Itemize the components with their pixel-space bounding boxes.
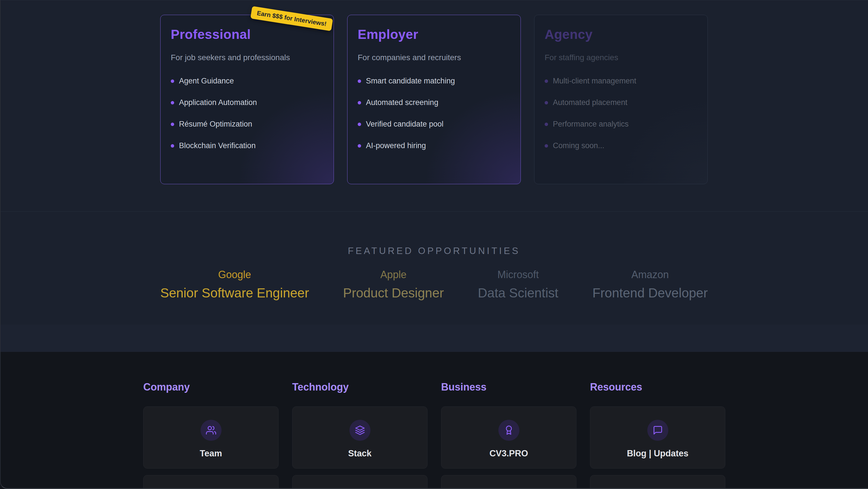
plan-feature: Blockchain Verification — [171, 141, 323, 150]
featured-jobs-row: Google Senior Software Engineer Apple Pr… — [0, 269, 868, 300]
footer-card-partial[interactable] — [143, 475, 279, 489]
bullet-icon — [358, 144, 361, 148]
award-icon — [504, 425, 514, 435]
section-separator-band — [0, 325, 868, 352]
plan-feature-list: Agent Guidance Application Automation Ré… — [171, 77, 323, 150]
plan-feature-label: Coming soon... — [553, 141, 604, 150]
plan-feature-label: Verified candidate pool — [366, 120, 443, 128]
plan-subtitle: For job seekers and professionals — [171, 53, 323, 62]
bullet-icon — [545, 123, 548, 126]
featured-job-google[interactable]: Google Senior Software Engineer — [160, 269, 309, 300]
plan-feature-label: Smart candidate matching — [366, 77, 455, 85]
bullet-icon — [358, 123, 361, 126]
bullet-icon — [545, 101, 548, 105]
footer-card-cv3pro[interactable]: CV3.PRO — [441, 406, 577, 468]
plan-card-employer[interactable]: Employer For companies and recruiters Sm… — [347, 15, 521, 184]
plan-card-content: Employer For companies and recruiters Sm… — [358, 27, 510, 172]
plan-feature-list: Multi-client management Automated placem… — [545, 77, 697, 150]
plan-subtitle: For staffing agencies — [545, 53, 697, 62]
plan-feature-list: Smart candidate matching Automated scree… — [358, 77, 510, 150]
job-company: Google — [160, 269, 309, 281]
bullet-icon — [171, 144, 174, 148]
footer-card-label: Stack — [348, 449, 372, 459]
plan-feature: Coming soon... — [545, 141, 697, 150]
job-title: Product Designer — [343, 285, 444, 300]
plan-feature-label: AI-powered hiring — [366, 141, 426, 150]
plan-title: Employer — [358, 27, 510, 42]
footer-card-team[interactable]: Team — [143, 406, 279, 468]
plan-subtitle: For companies and recruiters — [358, 53, 510, 62]
plan-card-agency: Agency For staffing agencies Multi-clien… — [534, 15, 708, 184]
featured-job-apple[interactable]: Apple Product Designer — [343, 269, 444, 300]
job-title: Data Scientist — [478, 285, 559, 300]
plan-feature: Smart candidate matching — [358, 77, 510, 85]
plan-feature: Automated screening — [358, 98, 510, 107]
job-company: Apple — [343, 269, 444, 281]
bullet-icon — [171, 101, 174, 105]
plan-feature-label: Blockchain Verification — [179, 141, 255, 150]
footer-header-business: Business — [441, 381, 577, 393]
featured-job-microsoft[interactable]: Microsoft Data Scientist — [478, 269, 559, 300]
layers-icon — [355, 425, 365, 435]
plan-feature-label: Performance analytics — [553, 120, 628, 128]
bullet-icon — [545, 80, 548, 83]
icon-circle — [349, 420, 370, 441]
plan-feature-label: Agent Guidance — [179, 77, 234, 85]
plan-feature-label: Application Automation — [179, 98, 257, 107]
featured-job-amazon[interactable]: Amazon Frontend Developer — [592, 269, 708, 300]
message-icon — [653, 425, 663, 435]
footer-card-partial[interactable] — [441, 475, 577, 489]
bullet-icon — [358, 80, 361, 83]
icon-circle — [200, 420, 221, 441]
job-company: Microsoft — [478, 269, 559, 281]
job-title: Senior Software Engineer — [160, 285, 309, 300]
plan-feature: Application Automation — [171, 98, 323, 107]
footer-section: Company Technology Business Resources Te… — [0, 352, 868, 489]
footer-card-label: CV3.PRO — [489, 449, 528, 459]
plan-feature: AI-powered hiring — [358, 141, 510, 150]
footer-card-partial[interactable] — [292, 475, 428, 489]
bullet-icon — [171, 123, 174, 126]
pricing-section: Professional For job seekers and profess… — [0, 0, 868, 212]
plan-feature-label: Résumé Optimization — [179, 120, 252, 128]
footer-card-stack[interactable]: Stack — [292, 406, 428, 468]
plan-feature-label: Automated screening — [366, 98, 438, 107]
featured-heading: FEATURED OPPORTUNITIES — [0, 246, 868, 256]
icon-circle — [647, 420, 668, 441]
plan-card-content: Agency For staffing agencies Multi-clien… — [545, 27, 697, 172]
plan-feature-label: Multi-client management — [553, 77, 636, 85]
plan-feature: Automated placement — [545, 98, 697, 107]
footer-header-company: Company — [143, 381, 279, 393]
plan-feature-label: Automated placement — [553, 98, 627, 107]
footer-header-resources: Resources — [590, 381, 725, 393]
plans-row: Professional For job seekers and profess… — [0, 15, 868, 184]
plan-card-professional[interactable]: Professional For job seekers and profess… — [160, 15, 334, 184]
plan-card-content: Professional For job seekers and profess… — [171, 27, 323, 172]
plan-feature: Multi-client management — [545, 77, 697, 85]
footer-header-technology: Technology — [292, 381, 428, 393]
plan-feature: Verified candidate pool — [358, 120, 510, 128]
bullet-icon — [545, 144, 548, 148]
featured-opportunities-section: FEATURED OPPORTUNITIES Google Senior Sof… — [0, 212, 868, 324]
plan-feature: Résumé Optimization — [171, 120, 323, 128]
plan-feature: Agent Guidance — [171, 77, 323, 85]
bullet-icon — [358, 101, 361, 105]
footer-grid: Company Technology Business Resources Te… — [143, 381, 725, 489]
bullet-icon — [171, 80, 174, 83]
plan-title: Agency — [545, 27, 697, 42]
users-icon — [206, 425, 216, 435]
plan-title: Professional — [171, 27, 323, 42]
job-company: Amazon — [592, 269, 708, 281]
footer-card-partial[interactable] — [590, 475, 725, 489]
plan-feature: Performance analytics — [545, 120, 697, 128]
footer-card-label: Team — [200, 449, 222, 459]
footer-card-blog-updates[interactable]: Blog | Updates — [590, 406, 725, 468]
icon-circle — [498, 420, 519, 441]
job-title: Frontend Developer — [592, 285, 708, 300]
footer-card-label: Blog | Updates — [627, 449, 688, 459]
